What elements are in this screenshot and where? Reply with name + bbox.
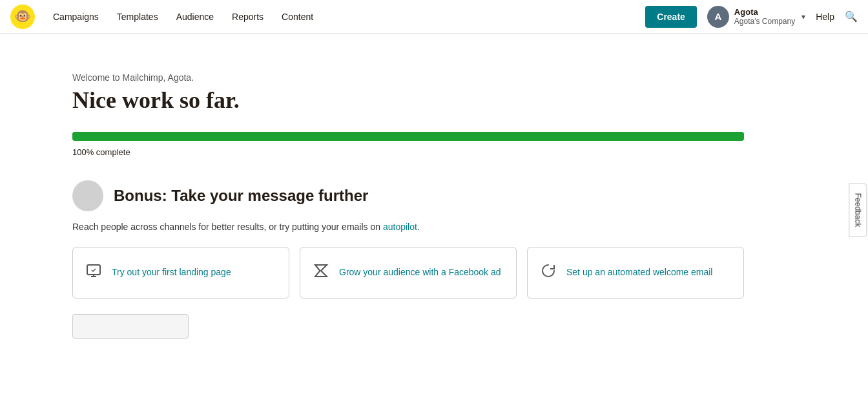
landing-page-icon — [86, 263, 101, 282]
card-facebook-ad[interactable]: Grow your audience with a Facebook ad — [300, 247, 517, 299]
welcome-title: Nice work so far. — [72, 87, 796, 114]
progress-label: 100% complete — [72, 147, 796, 157]
svg-text:🐵: 🐵 — [14, 7, 32, 24]
facebook-ad-icon — [313, 263, 329, 282]
search-icon[interactable]: 🔍 — [845, 10, 858, 23]
feedback-tab[interactable]: Feedback — [849, 184, 867, 237]
nav-content[interactable]: Content — [274, 6, 321, 27]
bonus-description: Reach people across channels for better … — [72, 220, 524, 234]
nav-right: Create A Agota Agota's Company ▾ Help 🔍 — [645, 6, 858, 28]
bonus-section: Bonus: Take your message further Reach p… — [72, 180, 796, 339]
nav-reports[interactable]: Reports — [224, 6, 271, 27]
card-welcome-email-text: Set up an automated welcome email — [566, 266, 712, 279]
nav-links: Campaigns Templates Audience Reports Con… — [45, 6, 640, 27]
card-facebook-ad-text: Grow your audience with a Facebook ad — [339, 266, 501, 279]
card-landing-page[interactable]: Try out your first landing page — [72, 247, 289, 299]
nav-campaigns[interactable]: Campaigns — [45, 6, 107, 27]
navbar: 🐵 Campaigns Templates Audience Reports C… — [0, 0, 868, 34]
main-content: Welcome to Mailchimp, Agota. Nice work s… — [46, 34, 822, 364]
svg-rect-2 — [87, 265, 100, 275]
bottom-hint — [72, 314, 796, 339]
nav-audience[interactable]: Audience — [169, 6, 222, 27]
welcome-subtitle: Welcome to Mailchimp, Agota. — [72, 72, 796, 83]
account-name: Agota — [734, 7, 795, 17]
card-welcome-email[interactable]: Set up an automated welcome email — [527, 247, 744, 299]
bonus-header: Bonus: Take your message further — [72, 180, 796, 211]
bonus-title: Bonus: Take your message further — [114, 187, 368, 205]
autopilot-link[interactable]: autopilot — [383, 222, 417, 232]
bonus-desc-text: Reach people across channels for better … — [72, 222, 383, 232]
account-company: Agota's Company — [734, 17, 795, 26]
welcome-email-icon — [541, 263, 556, 282]
bonus-desc-end: . — [417, 222, 420, 232]
avatar[interactable]: A — [707, 6, 729, 28]
create-button[interactable]: Create — [645, 6, 697, 28]
bottom-btn — [72, 314, 189, 339]
help-link[interactable]: Help — [816, 12, 834, 22]
card-landing-page-text: Try out your first landing page — [112, 266, 231, 279]
bonus-icon — [72, 180, 103, 211]
account-info[interactable]: Agota Agota's Company — [734, 7, 795, 26]
progress-bar-fill — [72, 132, 744, 141]
nav-templates[interactable]: Templates — [109, 6, 166, 27]
chevron-down-icon: ▾ — [801, 12, 805, 21]
mailchimp-logo[interactable]: 🐵 — [10, 5, 35, 29]
bonus-cards: Try out your first landing page Grow you… — [72, 247, 744, 299]
account-wrapper[interactable]: A Agota Agota's Company ▾ — [707, 6, 805, 28]
progress-bar-container — [72, 132, 744, 141]
